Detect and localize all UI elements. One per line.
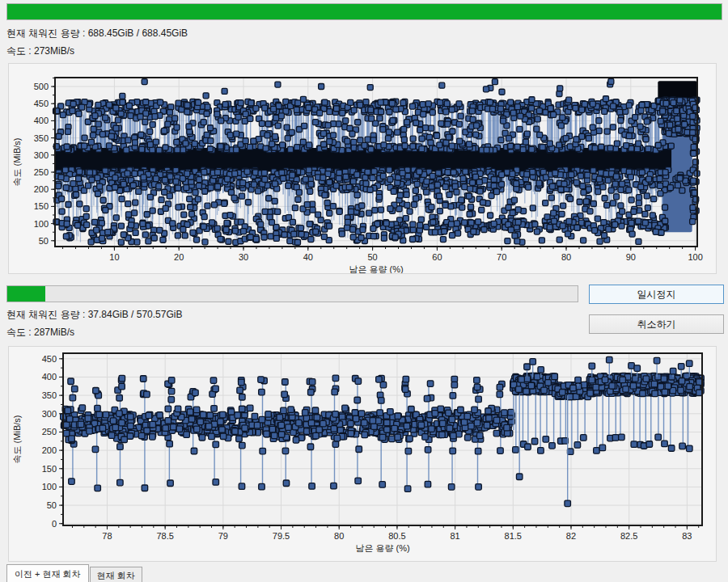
svg-text:속도 (MiB/s): 속도 (MiB/s) — [12, 138, 22, 187]
current-speed-chart: 7878.57979.58080.58181.58282.58305010015… — [9, 347, 716, 561]
svg-text:80: 80 — [334, 531, 344, 541]
current-progress-bar — [6, 285, 578, 302]
svg-text:83: 83 — [682, 531, 692, 541]
total-capacity-label: 현재 채워진 용량 : 688.45GiB / 688.45GiB — [6, 27, 188, 40]
svg-text:81.5: 81.5 — [505, 531, 522, 541]
tab-previous-plus-current-round[interactable]: 이전 + 현재 회차 — [6, 564, 89, 582]
svg-text:100: 100 — [34, 219, 49, 229]
svg-text:200: 200 — [42, 445, 57, 455]
svg-text:350: 350 — [42, 390, 57, 400]
svg-text:250: 250 — [34, 167, 49, 177]
svg-text:500: 500 — [34, 82, 49, 91]
svg-text:450: 450 — [42, 354, 57, 364]
svg-text:300: 300 — [42, 409, 57, 419]
disk-fill-test-window: 현재 채워진 용량 : 688.45GiB / 688.45GiB 속도 : 2… — [0, 0, 728, 582]
svg-text:81: 81 — [450, 531, 459, 541]
svg-text:100: 100 — [688, 252, 702, 262]
total-speed-label: 속도 : 273MiB/s — [6, 44, 74, 58]
svg-text:400: 400 — [34, 116, 49, 125]
svg-text:300: 300 — [34, 150, 49, 160]
svg-text:70: 70 — [497, 252, 506, 262]
round-tab-bar: 이전 + 현재 회차 현재 회차 — [6, 564, 143, 582]
svg-text:79.5: 79.5 — [273, 531, 290, 541]
svg-text:250: 250 — [42, 427, 57, 436]
svg-text:0: 0 — [52, 519, 57, 529]
svg-text:50: 50 — [367, 252, 377, 262]
svg-text:30: 30 — [239, 252, 248, 262]
cancel-button[interactable]: 취소하기 — [589, 314, 724, 334]
total-speed-chart: 1020304050607080901005010015020025030035… — [9, 64, 716, 273]
svg-text:80: 80 — [561, 252, 571, 262]
svg-text:150: 150 — [42, 464, 57, 474]
svg-text:78: 78 — [102, 531, 112, 541]
svg-text:150: 150 — [34, 201, 49, 211]
svg-text:90: 90 — [626, 252, 636, 262]
svg-text:속도 (MiB/s): 속도 (MiB/s) — [12, 415, 22, 464]
total-progress-bar — [6, 3, 722, 20]
tab-current-round[interactable]: 현재 회차 — [90, 567, 142, 582]
svg-text:남은 용량 (%): 남은 용량 (%) — [349, 264, 403, 273]
svg-text:10: 10 — [109, 252, 119, 262]
current-progress-fill — [7, 286, 45, 302]
svg-text:50: 50 — [47, 500, 57, 510]
svg-text:82: 82 — [566, 531, 576, 541]
svg-text:450: 450 — [34, 99, 49, 108]
svg-text:40: 40 — [303, 252, 313, 262]
pause-button[interactable]: 일시정지 — [589, 285, 724, 304]
current-speed-chart-panel: 7878.57979.58080.58181.58282.58305010015… — [8, 346, 717, 562]
svg-text:남은 용량 (%): 남은 용량 (%) — [355, 543, 409, 553]
current-speed-label: 속도 : 287MiB/s — [6, 326, 74, 340]
svg-text:80.5: 80.5 — [388, 531, 405, 541]
svg-text:20: 20 — [174, 252, 184, 262]
svg-text:78.5: 78.5 — [156, 531, 173, 541]
svg-text:79: 79 — [218, 531, 228, 541]
svg-text:82.5: 82.5 — [620, 531, 637, 541]
svg-text:50: 50 — [39, 236, 49, 246]
total-speed-chart-panel: 1020304050607080901005010015020025030035… — [8, 63, 717, 274]
svg-text:100: 100 — [42, 482, 57, 491]
svg-text:200: 200 — [34, 184, 49, 194]
svg-text:400: 400 — [42, 372, 57, 382]
svg-text:60: 60 — [432, 252, 442, 262]
svg-text:350: 350 — [34, 133, 49, 143]
current-capacity-label: 현재 채워진 용량 : 37.84GiB / 570.57GiB — [6, 308, 182, 322]
total-progress-fill — [7, 4, 722, 19]
